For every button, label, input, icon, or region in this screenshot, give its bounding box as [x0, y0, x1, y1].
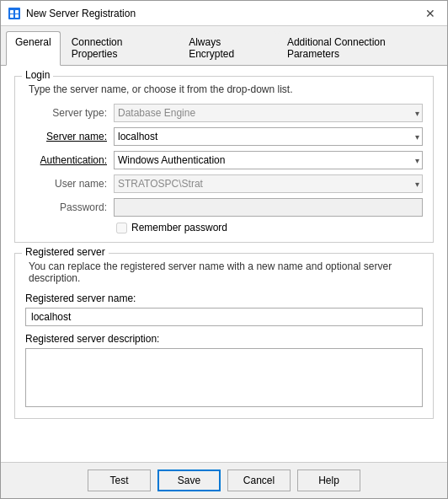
- server-name-label: Server name:: [25, 131, 114, 142]
- tab-connection-properties[interactable]: Connection Properties: [62, 31, 178, 65]
- svg-rect-3: [10, 14, 13, 18]
- close-button[interactable]: ✕: [420, 3, 440, 24]
- title-bar: New Server Registration ✕: [1, 1, 447, 26]
- login-hint: Type the server name, or choose it from …: [29, 83, 423, 95]
- server-name-row: Server name: localhost ▾: [25, 127, 423, 146]
- server-name-select[interactable]: localhost: [114, 127, 423, 146]
- password-label: Password:: [25, 201, 114, 213]
- server-name-wrapper: localhost ▾: [114, 127, 423, 146]
- login-legend: Login: [22, 69, 53, 81]
- registered-legend: Registered server: [22, 246, 109, 258]
- server-type-select: Database Engine: [114, 104, 423, 122]
- registered-hint: You can replace the registered server na…: [29, 260, 423, 284]
- authentication-label: Authentication:: [25, 154, 114, 166]
- window: New Server Registration ✕ General Connec…: [0, 0, 448, 499]
- svg-rect-1: [10, 10, 13, 13]
- password-row: Password:: [25, 198, 423, 217]
- registered-description-textarea[interactable]: [25, 348, 423, 407]
- authentication-row: Authentication: Windows Authentication ▾: [25, 151, 423, 169]
- login-section: Login Type the server name, or choose it…: [14, 76, 434, 243]
- cancel-button[interactable]: Cancel: [227, 469, 291, 491]
- authentication-wrapper: Windows Authentication ▾: [114, 151, 423, 169]
- registered-server-name-label: Registered server name:: [25, 292, 423, 304]
- tab-always-encrypted[interactable]: Always Encrypted: [179, 31, 276, 65]
- registered-description-label: Registered server description:: [25, 333, 423, 345]
- help-button[interactable]: Help: [297, 469, 360, 491]
- user-name-wrapper: STRATOSPC\Strat ▾: [114, 174, 423, 193]
- user-name-row: User name: STRATOSPC\Strat ▾: [25, 174, 423, 193]
- server-type-label: Server type:: [25, 107, 114, 119]
- registered-section: Registered server You can replace the re…: [14, 253, 434, 419]
- password-input[interactable]: [114, 198, 423, 217]
- remember-password-checkbox: [116, 223, 127, 233]
- test-button[interactable]: Test: [88, 469, 151, 491]
- tab-general[interactable]: General: [6, 31, 61, 66]
- footer: Test Save Cancel Help: [1, 462, 447, 498]
- registered-server-name-input[interactable]: [25, 308, 423, 326]
- server-type-row: Server type: Database Engine ▾: [25, 104, 423, 122]
- tab-content: Login Type the server name, or choose it…: [1, 66, 447, 462]
- svg-rect-4: [15, 14, 19, 18]
- tab-additional-connection-parameters[interactable]: Additional Connection Parameters: [278, 31, 445, 65]
- remember-password-row: Remember password: [116, 222, 423, 233]
- authentication-select[interactable]: Windows Authentication: [114, 151, 423, 169]
- window-title: New Server Registration: [26, 8, 420, 19]
- svg-rect-2: [15, 10, 19, 13]
- svg-rect-0: [8, 8, 20, 19]
- server-type-wrapper: Database Engine ▾: [114, 104, 423, 122]
- window-icon: [8, 7, 21, 20]
- remember-password-label: Remember password: [131, 222, 227, 233]
- user-name-select: STRATOSPC\Strat: [114, 174, 423, 193]
- user-name-label: User name:: [25, 178, 114, 190]
- tab-bar: General Connection Properties Always Enc…: [1, 26, 447, 66]
- save-button[interactable]: Save: [157, 469, 221, 491]
